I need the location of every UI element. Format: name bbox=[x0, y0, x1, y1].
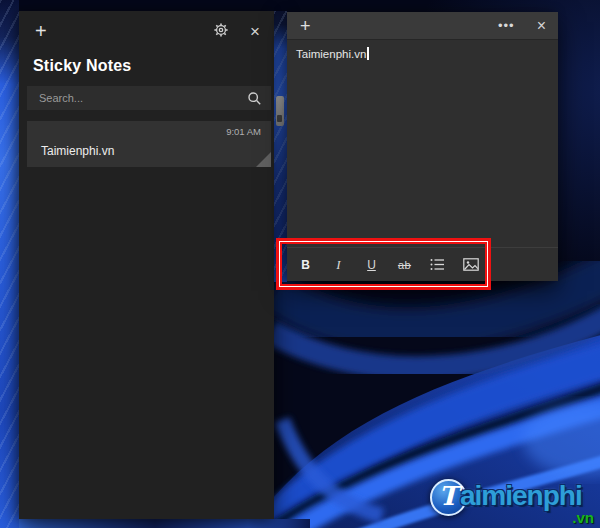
new-note-button[interactable]: + bbox=[31, 19, 51, 43]
gear-icon bbox=[214, 23, 228, 37]
note-list-item[interactable]: 9:01 AM Taimienphi.vn bbox=[27, 121, 271, 167]
wallpaper-left-strip bbox=[0, 0, 19, 528]
wallpaper-gap-strip bbox=[274, 11, 287, 282]
underline-button[interactable]: U bbox=[360, 253, 383, 276]
strikethrough-button[interactable]: ab bbox=[393, 253, 416, 276]
logo-domain-text: .vn bbox=[572, 509, 594, 526]
close-list-button[interactable]: × bbox=[246, 21, 264, 42]
note-format-toolbar: B I U ab bbox=[287, 247, 558, 281]
note-timestamp: 9:01 AM bbox=[226, 126, 261, 137]
note-content-text: Taimienphi.vn bbox=[296, 48, 366, 60]
note-close-button[interactable]: × bbox=[533, 16, 550, 36]
taimienphi-watermark: T aimienphi .vn bbox=[422, 474, 600, 526]
image-icon bbox=[463, 258, 479, 271]
list-window-titlebar: + × bbox=[19, 11, 274, 45]
bold-button[interactable]: B bbox=[294, 253, 317, 276]
logo-name-text: aimienphi bbox=[460, 480, 582, 512]
search-icon bbox=[248, 92, 261, 105]
settings-button[interactable] bbox=[210, 21, 232, 41]
background-scrollbar-fragment bbox=[276, 96, 284, 126]
search-box[interactable] bbox=[27, 86, 271, 110]
note-editor[interactable]: Taimienphi.vn bbox=[287, 40, 558, 67]
note-menu-button[interactable]: ••• bbox=[494, 17, 519, 34]
search-input[interactable] bbox=[39, 92, 248, 104]
italic-button[interactable]: I bbox=[327, 253, 350, 276]
desktop: + × Sticky Notes bbox=[0, 0, 600, 528]
bullet-list-button[interactable] bbox=[426, 253, 449, 276]
open-note-window: + ••• × Taimienphi.vn B I U ab bbox=[287, 12, 558, 281]
note-titlebar[interactable]: + ••• × bbox=[287, 12, 558, 40]
note-preview-text: Taimienphi.vn bbox=[41, 144, 114, 158]
page-title: Sticky Notes bbox=[19, 45, 274, 75]
text-caret bbox=[367, 47, 369, 60]
bullet-list-icon bbox=[430, 258, 445, 271]
note-new-note-button[interactable]: + bbox=[296, 15, 315, 37]
insert-image-button[interactable] bbox=[459, 253, 482, 276]
sticky-notes-list-window: + × Sticky Notes bbox=[19, 11, 274, 519]
note-fold-corner-icon bbox=[256, 152, 271, 167]
